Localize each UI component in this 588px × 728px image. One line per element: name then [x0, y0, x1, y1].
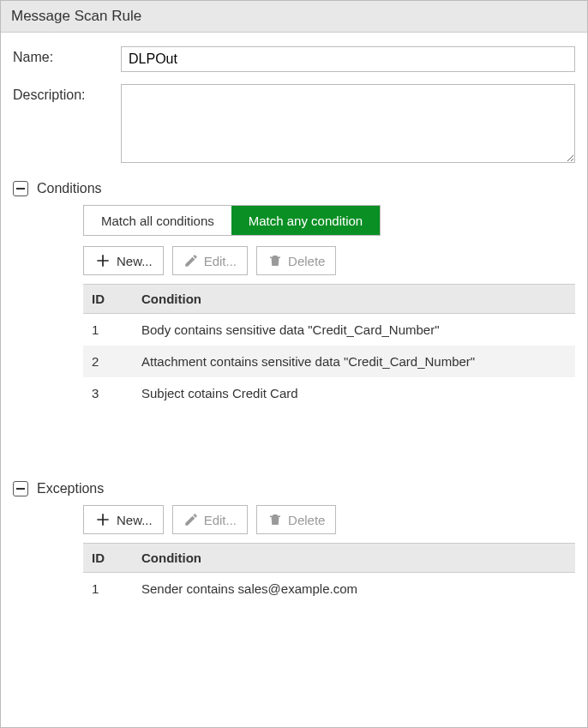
cell-text: Attachment contains sensitive data "Cred…	[133, 346, 575, 377]
cell-id: 3	[83, 377, 133, 409]
description-label: Description:	[13, 84, 121, 103]
panel-title: Message Scan Rule	[1, 1, 587, 33]
conditions-delete-button[interactable]: Delete	[256, 246, 336, 275]
exceptions-edit-button[interactable]: Edit...	[172, 505, 248, 534]
cell-text: Subject cotains Credit Card	[133, 377, 575, 409]
conditions-table: ID Condition 1 Body contains sensitive d…	[83, 284, 575, 409]
exceptions-edit-label: Edit...	[204, 513, 237, 527]
minus-icon	[16, 488, 25, 490]
description-textarea[interactable]	[121, 84, 575, 163]
cell-id: 1	[83, 573, 133, 605]
exceptions-header-id[interactable]: ID	[83, 544, 133, 573]
trash-icon	[267, 253, 283, 268]
cell-id: 2	[83, 346, 133, 377]
match-all-option[interactable]: Match all conditions	[84, 206, 231, 235]
name-label: Name:	[13, 46, 121, 65]
edit-icon	[183, 512, 199, 527]
conditions-title: Conditions	[37, 181, 102, 196]
conditions-edit-label: Edit...	[204, 254, 237, 268]
trash-icon	[267, 512, 283, 527]
exceptions-delete-button[interactable]: Delete	[256, 505, 336, 534]
conditions-edit-button[interactable]: Edit...	[172, 246, 248, 275]
conditions-new-label: New...	[117, 254, 153, 268]
cell-text: Sender contains sales@example.com	[133, 573, 575, 605]
exceptions-table: ID Condition 1 Sender contains sales@exa…	[83, 543, 575, 605]
table-row[interactable]: 2 Attachment contains sensitive data "Cr…	[83, 346, 575, 377]
conditions-new-button[interactable]: New...	[83, 246, 164, 275]
conditions-header-id[interactable]: ID	[83, 285, 133, 314]
match-any-option[interactable]: Match any condition	[231, 206, 380, 235]
exceptions-new-label: New...	[117, 513, 153, 527]
conditions-collapse-toggle[interactable]	[13, 181, 28, 196]
edit-icon	[183, 253, 199, 268]
exceptions-title: Exceptions	[37, 481, 104, 496]
cell-id: 1	[83, 314, 133, 346]
name-input[interactable]	[121, 46, 575, 72]
cell-text: Body contains sensitive data "Credit_Car…	[133, 314, 575, 346]
minus-icon	[16, 188, 25, 190]
exceptions-collapse-toggle[interactable]	[13, 481, 28, 496]
match-mode-toggle: Match all conditions Match any condition	[83, 205, 381, 236]
plus-icon	[94, 511, 111, 528]
conditions-header-condition[interactable]: Condition	[133, 285, 575, 314]
exceptions-header-condition[interactable]: Condition	[133, 544, 575, 573]
table-row[interactable]: 1 Body contains sensitive data "Credit_C…	[83, 314, 575, 346]
conditions-delete-label: Delete	[288, 254, 325, 268]
exceptions-delete-label: Delete	[288, 513, 325, 527]
table-row[interactable]: 1 Sender contains sales@example.com	[83, 573, 575, 605]
exceptions-new-button[interactable]: New...	[83, 505, 164, 534]
plus-icon	[94, 252, 111, 269]
table-row[interactable]: 3 Subject cotains Credit Card	[83, 377, 575, 409]
